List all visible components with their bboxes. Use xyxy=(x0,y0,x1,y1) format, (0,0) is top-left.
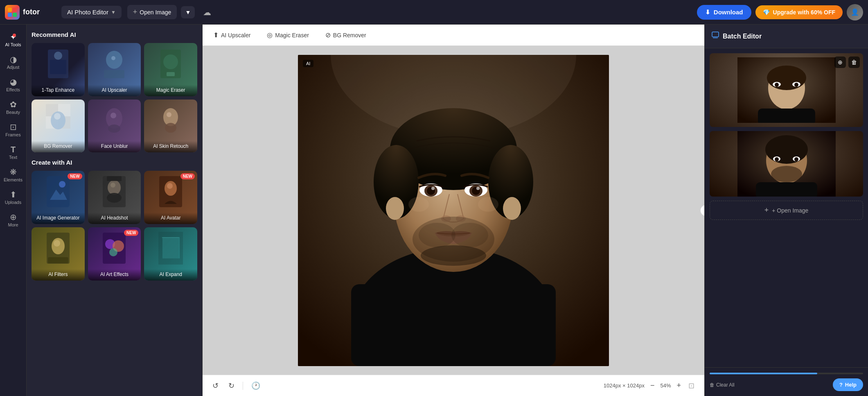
tool-magic-eraser[interactable]: Magic Eraser xyxy=(144,43,197,96)
right-panel-content: ⊕ 🗑 xyxy=(705,48,868,367)
bottom-actions: 🗑 Clear All ? Help xyxy=(710,378,863,391)
sidebar-item-more[interactable]: ⊕ More xyxy=(1,210,25,231)
user-avatar[interactable]: 👤 xyxy=(847,4,863,20)
cloud-icon: ☁ xyxy=(203,8,211,17)
new-badge-imggen: NEW xyxy=(68,173,82,179)
right-panel-bottom: 🗑 Clear All ? Help xyxy=(705,367,868,396)
gem-icon: 💎 xyxy=(763,9,770,16)
sidebar-item-adjust[interactable]: ◑ Adjust xyxy=(1,52,25,73)
sidebar-label-frames: Frames xyxy=(5,132,20,137)
tool-face-unblur[interactable]: Face Unblur xyxy=(88,100,141,153)
filters-label: AI Filters xyxy=(32,269,85,281)
sidebar-item-beauty[interactable]: ✿ Beauty xyxy=(1,97,25,118)
tool-ai-image-gen[interactable]: NEW AI Image Generator xyxy=(32,171,85,224)
tool-ai-headshot[interactable]: AI Headshot xyxy=(88,171,141,224)
svg-point-71 xyxy=(421,245,486,266)
svg-point-24 xyxy=(165,123,176,133)
add-image-button[interactable]: + + Open Image xyxy=(710,201,863,220)
svg-point-34 xyxy=(167,183,173,189)
tool-bg-remover[interactable]: BG Remover xyxy=(32,100,85,153)
zoom-out-button[interactable]: − xyxy=(649,380,656,391)
svg-point-21 xyxy=(108,124,120,133)
tool-ai-art-effects[interactable]: NEW AI Art Effects xyxy=(88,227,141,281)
canvas-footer-left: ↺ ↻ 🕐 xyxy=(211,380,262,392)
svg-rect-90 xyxy=(756,182,817,197)
sidebar-label-effects: Effects xyxy=(6,87,20,92)
svg-point-88 xyxy=(794,157,798,161)
sidebar-item-effects[interactable]: ◕ Effects xyxy=(1,75,25,95)
sidebar-item-ai-tools[interactable]: ✦ AI Tools xyxy=(1,29,25,50)
svg-point-55 xyxy=(503,197,521,220)
crop-button[interactable]: ⊡ xyxy=(687,380,696,392)
svg-rect-2 xyxy=(8,13,12,17)
more-icon: ⊕ xyxy=(10,213,17,221)
svg-point-76 xyxy=(767,66,806,90)
download-button[interactable]: ⬇ Download xyxy=(697,5,751,20)
zoom-level-label: 54% xyxy=(660,382,671,389)
thumb-img-2 xyxy=(710,131,863,197)
open-image-button[interactable]: + Open Image xyxy=(127,5,177,19)
beauty-icon: ✿ xyxy=(10,100,17,109)
sidebar-item-uploads[interactable]: ⬆ Uploads xyxy=(1,187,25,208)
svg-rect-0 xyxy=(8,8,12,12)
collapse-panel-button[interactable]: ‹ xyxy=(700,205,704,216)
tools-panel: Recommend AI 1-Tap Enhance xyxy=(27,25,203,396)
svg-rect-1 xyxy=(13,8,17,12)
app-title-button[interactable]: AI Photo Editor ▼ xyxy=(61,6,122,18)
toolbar-bg-remover[interactable]: ⊘ BG Remover xyxy=(321,29,370,41)
text-icon: T xyxy=(11,145,16,154)
sidebar-item-elements[interactable]: ❋ Elements xyxy=(1,165,25,186)
svg-point-54 xyxy=(386,197,404,220)
sidebar-label-adjust: Adjust xyxy=(7,65,20,70)
upscaler-tool-label: AI Upscaler xyxy=(221,32,250,38)
expand-visual xyxy=(144,227,197,269)
tool-ai-upscaler[interactable]: AI Upscaler xyxy=(88,43,141,96)
batch-editor-icon xyxy=(711,31,719,41)
sidebar-item-text[interactable]: T Text xyxy=(1,142,25,163)
svg-point-70 xyxy=(478,197,498,212)
headshot-visual xyxy=(88,171,141,213)
tool-ai-filters[interactable]: AI Filters xyxy=(32,227,85,281)
open-image-label: Open Image xyxy=(140,9,171,16)
history-button[interactable]: 🕐 xyxy=(250,380,262,392)
skinretouch-label: AI Skin Retouch xyxy=(144,141,197,152)
tool-ai-expand[interactable]: AI Expand xyxy=(144,227,197,281)
toolbar-ai-upscaler[interactable]: ⬆ AI Upscaler xyxy=(209,29,255,41)
sidebar-item-frames[interactable]: ⊡ Frames xyxy=(1,120,25,140)
svg-point-67 xyxy=(419,223,455,247)
zoom-in-button[interactable]: + xyxy=(675,380,683,391)
header: fotor AI Photo Editor ▼ + Open Image ▼ ☁… xyxy=(0,0,868,25)
canvas-toolbar: ⬆ AI Upscaler ◎ Magic Eraser ⊘ BG Remove… xyxy=(203,25,704,46)
upgrade-button[interactable]: 💎 Upgrade with 60% OFF xyxy=(755,5,843,19)
svg-point-69 xyxy=(408,197,429,212)
help-button[interactable]: ? Help xyxy=(833,378,863,391)
elements-icon: ❋ xyxy=(10,168,17,176)
thumb-1-layers-btn[interactable]: ⊕ xyxy=(834,57,846,68)
clear-all-button[interactable]: 🗑 Clear All xyxy=(710,382,735,388)
tool-skin-retouch[interactable]: AI Skin Retouch xyxy=(144,100,197,153)
svg-rect-73 xyxy=(713,37,718,38)
canvas-ai-badge: AI xyxy=(303,60,313,67)
thumb-1-delete-btn[interactable]: 🗑 xyxy=(848,57,860,68)
redo-button[interactable]: ↻ xyxy=(227,380,236,392)
cloud-button[interactable]: ☁ xyxy=(199,5,215,20)
upscaler-label: AI Upscaler xyxy=(88,85,141,96)
icon-wrapper: ✦ xyxy=(10,33,17,41)
svg-rect-9 xyxy=(104,70,124,78)
open-image-dropdown[interactable]: ▼ xyxy=(181,6,195,18)
tool-1tap-enhance[interactable]: 1-Tap Enhance xyxy=(32,43,85,96)
svg-rect-49 xyxy=(351,284,556,366)
svg-rect-72 xyxy=(712,32,719,37)
main-layout: ✦ AI Tools ◑ Adjust ◕ Effects ✿ Beauty ⊡… xyxy=(0,0,868,396)
faceunblur-label: Face Unblur xyxy=(88,141,141,152)
thumbnail-1: ⊕ 🗑 xyxy=(710,53,863,127)
notification-dot xyxy=(13,34,16,37)
upscaler-visual xyxy=(88,43,141,85)
eraser-tool-label: Magic Eraser xyxy=(275,32,309,38)
svg-point-26 xyxy=(59,181,65,188)
toolbar-magic-eraser[interactable]: ◎ Magic Eraser xyxy=(263,29,313,41)
svg-point-18 xyxy=(54,113,61,120)
svg-point-23 xyxy=(167,112,171,117)
tool-ai-avatar[interactable]: NEW AI Avatar xyxy=(144,171,197,224)
undo-button[interactable]: ↺ xyxy=(211,380,220,392)
